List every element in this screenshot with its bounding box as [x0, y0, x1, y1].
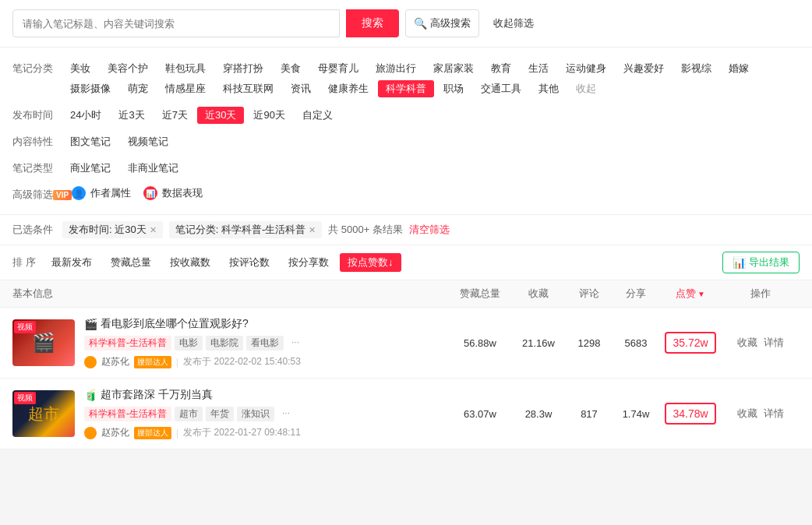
cat-hunjia[interactable]: 婚嫁: [721, 60, 757, 77]
sort-likes[interactable]: 按点赞数↓: [340, 253, 401, 272]
author-avatar-1: [84, 356, 97, 368]
tag-1-1[interactable]: 电影: [175, 336, 203, 351]
item-info-1: 🎬 看电影到底坐哪个位置观影好? 科学科普-生活科普 电影 电影院 看电影 ··…: [84, 317, 449, 368]
advanced-search-button[interactable]: 🔍 高级搜索: [405, 9, 479, 37]
tag-2-1[interactable]: 超市: [175, 407, 203, 421]
cat-collapse[interactable]: 收起: [568, 80, 604, 97]
time-3d[interactable]: 近3天: [111, 107, 152, 124]
tag-category-2[interactable]: 科学科普-生活科普: [84, 407, 171, 421]
cat-zixun[interactable]: 资讯: [283, 80, 319, 97]
search-input[interactable]: [12, 9, 340, 37]
time-custom[interactable]: 自定义: [295, 107, 341, 124]
cat-meirong[interactable]: 美容个护: [100, 60, 156, 77]
item-thumbnail-1[interactable]: 🎬 视频: [12, 319, 75, 366]
search-bar: 搜索 🔍 高级搜索 收起筛选: [0, 0, 812, 48]
cat-jiaju[interactable]: 家居家装: [425, 60, 482, 77]
table-header: 基本信息 赞藏总量 收藏 评论 分享 点赞 ▼ 操作: [0, 280, 812, 308]
time-label: 发布时间: [12, 107, 62, 122]
detail-button-2[interactable]: 详情: [764, 407, 784, 421]
sep-1: |: [176, 357, 178, 368]
cat-muying[interactable]: 母婴育儿: [310, 60, 366, 77]
collect-button-1[interactable]: 收藏: [737, 336, 757, 350]
cat-kexue[interactable]: 科学科普: [378, 80, 434, 97]
item-title-1: 🎬 看电影到底坐哪个位置观影好?: [84, 317, 449, 331]
cat-shenghuo[interactable]: 生活: [521, 60, 556, 77]
col-share-header: 分享: [613, 287, 659, 301]
likes-value-1: 35.72w: [659, 332, 722, 354]
collapse-filter-button[interactable]: 收起筛选: [485, 9, 542, 37]
sort-collect[interactable]: 按收藏数: [162, 253, 218, 272]
list-container: 🎬 视频 🎬 看电影到底坐哪个位置观影好? 科学科普-生活科普 电影 电影院 看…: [0, 308, 812, 449]
item-title-2: 🧃 超市套路深 千万别当真: [84, 388, 449, 402]
sort-comment[interactable]: 按评论数: [221, 253, 277, 272]
content-tuwen[interactable]: 图文笔记: [62, 133, 118, 150]
conditions-row: 已选条件 发布时间: 近30天 ✕ 笔记分类: 科学科普-生活科普 ✕ 共 50…: [0, 215, 812, 245]
cat-sheying[interactable]: 摄影摄像: [62, 80, 118, 97]
sort-label: 排 序: [12, 255, 37, 270]
author-avatar-2: [84, 427, 97, 439]
adv-author-item[interactable]: 👤 作者属性: [72, 186, 131, 200]
clear-filter-button[interactable]: 清空筛选: [409, 223, 450, 237]
vip-badge: VIP: [53, 190, 72, 200]
item-date-1: 发布于 2022-02-02 15:40:53: [183, 355, 301, 368]
video-badge-2: 视频: [14, 392, 36, 404]
cat-zhichang[interactable]: 职场: [436, 80, 471, 97]
search-button[interactable]: 搜索: [346, 9, 399, 37]
tag-more-1[interactable]: ···: [287, 336, 304, 351]
cat-meizhuang[interactable]: 美妆: [62, 60, 98, 77]
content-shipin[interactable]: 视频笔记: [120, 133, 176, 150]
col-basic-header: 基本信息: [12, 287, 449, 301]
excel-icon: 📊: [733, 256, 746, 269]
share-value-2: 1.74w: [613, 408, 659, 420]
tag-more-2[interactable]: ···: [277, 407, 295, 421]
condition-category-close[interactable]: ✕: [309, 225, 316, 235]
type-shangye[interactable]: 商业笔记: [62, 160, 118, 177]
collect-value-2: 28.3w: [511, 408, 566, 420]
title-text-1[interactable]: 看电影到底坐哪个位置观影好?: [101, 317, 249, 331]
col-likes-header[interactable]: 点赞 ▼: [659, 287, 722, 301]
cat-luyou[interactable]: 旅游出行: [368, 60, 424, 77]
tag-2-2[interactable]: 年货: [206, 407, 234, 421]
cat-mengchong[interactable]: 萌宠: [120, 80, 156, 97]
cat-yingshi[interactable]: 影视综: [673, 60, 719, 77]
title-icon-2: 🧃: [84, 389, 97, 401]
item-tags-1: 科学科普-生活科普 电影 电影院 看电影 ···: [84, 336, 449, 351]
tag-1-2[interactable]: 电影院: [206, 336, 243, 351]
adv-data-label: 数据表现: [162, 186, 203, 200]
cat-meishi[interactable]: 美食: [273, 60, 309, 77]
cat-qinggan[interactable]: 情感星座: [157, 80, 214, 97]
collect-button-2[interactable]: 收藏: [737, 407, 757, 421]
adv-data-item[interactable]: 📊 数据表现: [143, 186, 203, 200]
condition-time-close[interactable]: ✕: [150, 225, 157, 235]
sort-latest[interactable]: 最新发布: [44, 253, 100, 272]
detail-button-1[interactable]: 详情: [764, 336, 784, 350]
cat-chuanda[interactable]: 穿搭打扮: [215, 60, 271, 77]
cat-jiaoyu[interactable]: 教育: [483, 60, 519, 77]
type-feishangye[interactable]: 非商业笔记: [120, 160, 186, 177]
sort-share[interactable]: 按分享数: [281, 253, 337, 272]
cat-jiaotong[interactable]: 交通工具: [473, 80, 529, 97]
cat-jiankang[interactable]: 健康养生: [320, 80, 376, 97]
tag-category-1[interactable]: 科学科普-生活科普: [84, 336, 171, 351]
cat-keji[interactable]: 科技互联网: [215, 80, 281, 97]
tag-1-3[interactable]: 看电影: [246, 336, 284, 351]
time-90d[interactable]: 近90天: [245, 107, 292, 124]
cat-qita[interactable]: 其他: [531, 80, 567, 97]
cat-xingqu[interactable]: 兴趣爱好: [616, 60, 672, 77]
export-label: 导出结果: [749, 255, 789, 270]
title-text-2[interactable]: 超市套路深 千万别当真: [101, 388, 213, 402]
likes-box-2: 34.78w: [665, 403, 715, 425]
cat-yundong[interactable]: 运动健身: [558, 60, 614, 77]
time-7d[interactable]: 近7天: [154, 107, 196, 124]
action-btns-1: 收藏 详情: [722, 336, 800, 350]
condition-category-text: 笔记分类: 科学科普-生活科普: [175, 223, 306, 237]
tag-2-3[interactable]: 涨知识: [237, 407, 274, 421]
time-24h[interactable]: 24小时: [62, 107, 109, 124]
category-label: 笔记分类: [12, 60, 62, 76]
item-thumbnail-2[interactable]: 超市 视频: [12, 390, 75, 437]
sort-zan[interactable]: 赞藏总量: [103, 253, 159, 272]
time-30d[interactable]: 近30天: [197, 107, 244, 124]
cat-xiebao[interactable]: 鞋包玩具: [157, 60, 214, 77]
search-icon: 🔍: [414, 17, 427, 30]
export-button[interactable]: 📊 导出结果: [722, 252, 800, 273]
